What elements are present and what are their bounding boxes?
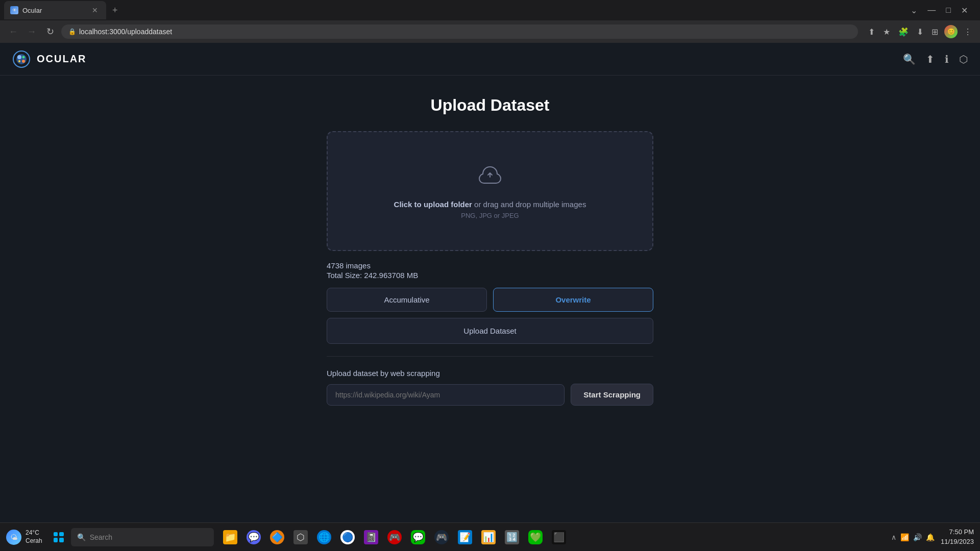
menu-icon[interactable]: ⋮ — [962, 25, 974, 39]
scraping-row: Start Scrapping — [327, 384, 653, 406]
info-header-icon[interactable]: ℹ — [945, 53, 949, 65]
taskbar-app-blender[interactable]: 🔷 — [267, 527, 287, 547]
app-logo: OCULAR — [12, 50, 87, 68]
close-btn[interactable]: ✕ — [957, 4, 972, 17]
line-icon: 💬 — [411, 530, 425, 544]
upload-cloud-icon — [478, 163, 502, 192]
clock-date: 11/19/2023 — [941, 537, 974, 546]
file-explorer-icon: 📁 — [223, 530, 237, 544]
scraping-title: Upload dataset by web scrapping — [327, 369, 653, 378]
win-square-4 — [59, 538, 64, 542]
taskbar-right: ∧ 📶 🔊 🔔 7:50 PM 11/19/2023 — [891, 528, 974, 546]
taskbar-app-calculator[interactable]: 🔢 — [502, 527, 522, 547]
bookmark-icon[interactable]: ★ — [881, 25, 892, 39]
taskbar-app-onenote[interactable]: 📓 — [361, 527, 381, 547]
taskbar-app-terminal[interactable]: ⬛ — [549, 527, 569, 547]
upload-dataset-button[interactable]: Upload Dataset — [327, 318, 653, 344]
mode-buttons: Accumulative Overwrite — [327, 288, 653, 312]
svg-point-3 — [22, 60, 25, 63]
app12-icon: 📊 — [481, 530, 496, 544]
unity-icon: ⬡ — [293, 530, 308, 544]
taskbar-app-line[interactable]: 💬 — [408, 527, 428, 547]
calculator-icon: 🔢 — [505, 530, 519, 544]
refresh-button[interactable]: ↻ — [43, 24, 57, 39]
win-square-3 — [54, 538, 58, 542]
upload-dropzone[interactable]: Click to upload folder or drag and drop … — [327, 131, 653, 251]
clock-time: 7:50 PM — [941, 528, 974, 537]
taskbar: 🌤 24°C Cerah 🔍 Search 📁 💬 🔷 ⬡ — [0, 522, 980, 551]
profile-icon[interactable]: ⊞ — [929, 25, 940, 39]
taskbar-app-steam[interactable]: 🎮 — [431, 527, 452, 547]
taskbar-app-chrome[interactable]: 🔵 — [337, 527, 358, 547]
vscode-icon: 📝 — [458, 530, 472, 544]
chrome-icon: 🔵 — [340, 530, 355, 544]
window-controls: ⌄ — □ ✕ — [906, 4, 976, 17]
search-header-icon[interactable]: 🔍 — [903, 53, 916, 65]
image-info: 4738 images Total Size: 242.963708 MB — [327, 261, 653, 280]
maximize-btn[interactable]: □ — [942, 4, 955, 17]
chevron-up-icon[interactable]: ∧ — [891, 533, 896, 541]
temperature: 24°C — [26, 529, 42, 537]
notification-icon[interactable]: 🔔 — [926, 533, 935, 541]
taskbar-app-line2[interactable]: 💚 — [525, 527, 546, 547]
active-tab[interactable]: 👁 Ocular ✕ — [4, 1, 106, 19]
upload-formats: PNG, JPG or JPEG — [461, 212, 519, 219]
taskbar-search[interactable]: 🔍 Search — [71, 528, 214, 546]
image-size: Total Size: 242.963708 MB — [327, 271, 653, 280]
taskbar-app-discord[interactable]: 💬 — [243, 527, 264, 547]
upload-click-text: Click to upload folder — [394, 200, 472, 209]
scraping-url-input[interactable] — [327, 384, 565, 406]
taskbar-app-12[interactable]: 📊 — [478, 527, 499, 547]
extensions-icon[interactable]: 🧩 — [896, 25, 911, 39]
svg-point-1 — [16, 54, 27, 64]
win-square-2 — [59, 532, 64, 537]
github-icon[interactable]: ⬡ — [959, 53, 968, 65]
lock-icon: 🔒 — [68, 28, 76, 35]
address-bar-row: ← → ↻ 🔒 localhost:3000/uploaddataset ⬆ ★… — [0, 20, 980, 43]
weather-text: 24°C Cerah — [26, 529, 42, 545]
overwrite-button[interactable]: Overwrite — [493, 288, 653, 312]
app-name-text: OCULAR — [37, 53, 87, 65]
taskbar-app-edge[interactable]: 🌐 — [314, 527, 334, 547]
upload-drag-text: or drag and drop multiple images — [472, 200, 586, 209]
taskbar-app-file-explorer[interactable]: 📁 — [220, 527, 240, 547]
user-avatar[interactable]: 😊 — [944, 25, 958, 38]
address-input[interactable]: 🔒 localhost:3000/uploaddataset — [61, 24, 858, 39]
accumulative-button[interactable]: Accumulative — [327, 288, 487, 312]
svg-point-4 — [22, 56, 25, 58]
onenote-icon: 📓 — [364, 530, 378, 544]
start-button[interactable] — [48, 527, 69, 547]
taskbar-app-8[interactable]: 🎮 — [384, 527, 405, 547]
page-title: Upload Dataset — [431, 96, 550, 115]
wifi-icon[interactable]: 📶 — [900, 533, 909, 541]
upload-instruction: Click to upload folder or drag and drop … — [394, 200, 586, 209]
taskbar-search-icon: 🔍 — [77, 533, 86, 541]
minimize-btn[interactable]: — — [923, 4, 940, 17]
tab-title: Ocular — [22, 7, 86, 14]
tab-list-btn[interactable]: ⌄ — [906, 4, 921, 17]
svg-point-5 — [18, 60, 20, 62]
taskbar-app-vscode[interactable]: 📝 — [455, 527, 475, 547]
download-icon[interactable]: ⬇ — [915, 25, 925, 39]
back-button[interactable]: ← — [6, 24, 20, 39]
browser-actions: ⬆ ★ 🧩 ⬇ ⊞ 😊 ⋮ — [866, 25, 974, 39]
win-square-1 — [54, 532, 58, 537]
weather-desc: Cerah — [26, 537, 42, 545]
image-count: 4738 images — [327, 261, 653, 270]
taskbar-app-unity[interactable]: ⬡ — [290, 527, 311, 547]
edge-icon: 🌐 — [317, 530, 331, 544]
new-tab-button[interactable]: + — [108, 4, 122, 17]
volume-icon[interactable]: 🔊 — [913, 533, 922, 541]
address-text: localhost:3000/uploaddataset — [79, 28, 172, 36]
share-icon[interactable]: ⬆ — [866, 25, 877, 39]
system-clock[interactable]: 7:50 PM 11/19/2023 — [941, 528, 974, 546]
main-content: Upload Dataset Click to upload folder or… — [0, 76, 980, 522]
app8-icon: 🎮 — [387, 530, 402, 544]
start-scrapping-button[interactable]: Start Scrapping — [571, 384, 653, 406]
tab-close-button[interactable]: ✕ — [90, 5, 100, 15]
discord-icon: 💬 — [247, 530, 261, 544]
blender-icon: 🔷 — [270, 530, 284, 544]
forward-button[interactable]: → — [24, 24, 39, 39]
upload-header-icon[interactable]: ⬆ — [926, 53, 935, 65]
header-actions: 🔍 ⬆ ℹ ⬡ — [903, 53, 968, 65]
